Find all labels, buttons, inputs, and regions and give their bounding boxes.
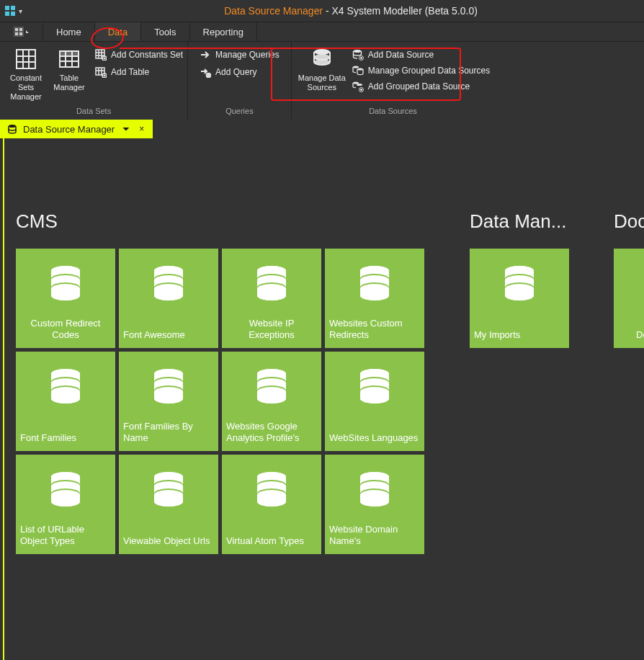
manage-queries-label: Manage Queries (215, 50, 279, 60)
qat-dropdown-icon[interactable]: ▾ (19, 7, 26, 14)
database-icon (354, 366, 395, 406)
add-table-label: Add Table (111, 67, 149, 77)
tile-grid: My Imports (470, 249, 578, 348)
database-icon (7, 124, 17, 134)
title-accent: Data Source Manager (224, 5, 323, 17)
svg-point-40 (314, 59, 330, 65)
tile-label: Websites Custom Redirects (329, 318, 420, 342)
data-source-tile[interactable]: Custom Redirect Codes (16, 249, 115, 348)
manage-data-sources-button[interactable]: Manage Data Sources (296, 45, 348, 92)
svg-point-39 (314, 54, 330, 60)
data-source-tile[interactable]: WebSites Languages (325, 352, 424, 451)
tile-label: Viewable Object Urls (123, 535, 214, 547)
add-data-source-label: Add Data Source (368, 50, 434, 60)
category: DocunDocun Comp (614, 210, 644, 348)
tab-data[interactable]: Data (95, 22, 141, 41)
manage-data-sources-label: Manage Data Sources (296, 73, 348, 92)
database-icon (499, 263, 540, 303)
add-grouped-data-source-button[interactable]: Add Grouped Data Source (352, 81, 490, 92)
pin-icon[interactable]: ⏷ (120, 124, 132, 134)
svg-rect-2 (5, 12, 9, 16)
add-query-button[interactable]: Add Query (200, 66, 279, 78)
constant-sets-manager-button[interactable]: Constant Sets Manager (4, 45, 48, 102)
ribbon-tabs: Home Data Tools Reporting (0, 22, 644, 42)
svg-rect-6 (19, 28, 22, 31)
data-source-tile[interactable]: Viewable Object Urls (119, 455, 218, 554)
tile-label: Website Domain Name's (329, 524, 420, 548)
titlebar: ▾ Data Source Manager - X4 System Modell… (0, 0, 644, 22)
svg-rect-7 (15, 32, 18, 35)
tab-home[interactable]: Home (43, 22, 95, 41)
svg-rect-8 (19, 32, 22, 35)
tile-label: Website IP Exceptions (226, 318, 317, 342)
data-source-tile[interactable]: Websites Custom Redirects (325, 249, 424, 348)
data-source-tile[interactable]: My Imports (470, 249, 569, 348)
add-table-button[interactable]: Add Table (95, 66, 183, 78)
close-icon[interactable]: × (138, 124, 146, 134)
arrow-icon (200, 49, 211, 61)
svg-rect-3 (11, 12, 15, 16)
tile-label: Font Families By Name (123, 421, 214, 445)
tile-label: List of URLable Object Types (20, 524, 111, 548)
ribbon-group-datasources-label: Data Sources (292, 107, 494, 120)
svg-rect-1 (11, 6, 15, 10)
title-rest: - X4 System Modeller (Beta 5.0.0) (323, 5, 478, 17)
window-title: Data Source Manager - X4 System Modeller… (58, 5, 644, 17)
tab-tools[interactable]: Tools (141, 22, 189, 41)
add-constants-set-label: Add Constants Set (111, 50, 183, 60)
tile-label: WebSites Languages (329, 432, 420, 444)
tile-label: Font Families (20, 432, 111, 444)
data-source-tile[interactable]: List of URLable Object Types (16, 455, 115, 554)
database-icon (45, 263, 86, 303)
ribbon-group-queries: Manage Queries Add Query Queries (188, 42, 292, 120)
tile-label: Docun Comp (618, 329, 644, 341)
svg-rect-0 (5, 6, 9, 10)
svg-point-38 (314, 49, 330, 55)
svg-rect-5 (15, 28, 18, 31)
database-icon (354, 469, 395, 509)
data-source-tile[interactable]: Font Families (16, 352, 115, 451)
manage-queries-button[interactable]: Manage Queries (200, 49, 279, 61)
data-source-tile[interactable]: Virtual Atom Types (222, 455, 321, 554)
svg-point-52 (9, 125, 16, 128)
category: CMSCustom Redirect CodesFont AwesomeWebs… (16, 210, 434, 554)
category: Data Man...My Imports (470, 210, 578, 348)
grid-icon (14, 48, 37, 71)
database-icon (148, 366, 189, 406)
add-constants-set-button[interactable]: Add Constants Set (95, 49, 183, 61)
add-data-source-button[interactable]: Add Data Source (352, 49, 490, 61)
content-area: CMSCustom Redirect CodesFont AwesomeWebs… (3, 138, 644, 660)
database-add-icon (352, 49, 364, 61)
data-source-tile[interactable]: Docun Comp (614, 249, 644, 348)
category-title: Docun (614, 210, 644, 233)
table-icon (58, 48, 81, 71)
svg-point-46 (357, 68, 363, 70)
ribbon-group-queries-label: Queries (188, 107, 291, 120)
database-icon (148, 469, 189, 509)
database-icon (251, 263, 292, 303)
svg-point-41 (353, 50, 361, 53)
data-source-tile[interactable]: Font Families By Name (119, 352, 218, 451)
data-source-tile[interactable]: Website IP Exceptions (222, 249, 321, 348)
grid-add-icon (95, 49, 107, 61)
database-icon (251, 469, 292, 509)
category-title: Data Man... (470, 210, 578, 233)
table-add-icon (95, 66, 107, 78)
database-icon (354, 263, 395, 303)
manage-grouped-data-sources-button[interactable]: Manage Grouped Data Sources (352, 65, 490, 76)
tab-reporting[interactable]: Reporting (190, 22, 257, 41)
table-manager-label: Table Manager (48, 73, 91, 92)
tile-grid: Docun Comp (614, 249, 644, 348)
svg-rect-19 (60, 51, 79, 55)
svg-rect-9 (17, 50, 35, 68)
data-source-tile[interactable]: Websites Google Analytics Profile's (222, 352, 321, 451)
tile-label: My Imports (474, 329, 565, 341)
document-tab-active[interactable]: Data Source Manager ⏷ × (0, 121, 153, 137)
file-menu-button[interactable] (0, 22, 43, 41)
data-source-tile[interactable]: Website Domain Name's (325, 455, 424, 554)
app-icon (4, 5, 16, 17)
manage-grouped-data-sources-label: Manage Grouped Data Sources (368, 66, 490, 76)
data-source-tile[interactable]: Font Awesome (119, 249, 218, 348)
table-manager-button[interactable]: Table Manager (48, 45, 91, 92)
database-icon (45, 366, 86, 406)
